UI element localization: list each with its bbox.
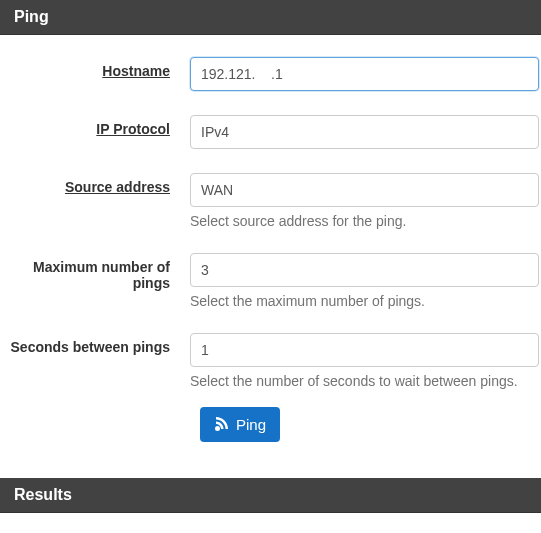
ping-button-label: Ping (236, 416, 266, 433)
ip-protocol-value: IPv4 (201, 124, 229, 140)
label-ip-protocol-text: IP Protocol (96, 121, 170, 137)
ping-panel-title: Ping (14, 8, 49, 25)
ping-button[interactable]: Ping (200, 407, 280, 442)
label-ip-protocol: IP Protocol (0, 115, 190, 137)
row-hostname: Hostname (0, 45, 541, 103)
seconds-between-input-col: Select the number of seconds to wait bet… (190, 333, 541, 389)
label-seconds-between-text: Seconds between pings (11, 339, 170, 355)
label-source-address: Source address (0, 173, 190, 195)
max-pings-input[interactable] (190, 253, 539, 287)
max-pings-input-col: Select the maximum number of pings. (190, 253, 541, 309)
ping-form: Hostname IP Protocol IPv4 Source address… (0, 35, 541, 478)
ip-protocol-select[interactable]: IPv4 (190, 115, 539, 149)
source-address-value: WAN (201, 182, 233, 198)
results-panel-title: Results (14, 486, 72, 503)
row-seconds-between: Seconds between pings Select the number … (0, 321, 541, 401)
label-max-pings-text: Maximum number of pings (33, 259, 170, 291)
seconds-between-input[interactable] (190, 333, 539, 367)
max-pings-help: Select the maximum number of pings. (190, 293, 539, 309)
hostname-input-col (190, 57, 541, 91)
label-source-address-text: Source address (65, 179, 170, 195)
label-max-pings: Maximum number of pings (0, 253, 190, 291)
row-max-pings: Maximum number of pings Select the maxim… (0, 241, 541, 321)
results-output: PING 192.121. .1 (192.121. .1) from 192.… (0, 513, 541, 533)
rss-icon (214, 415, 230, 434)
row-source-address: Source address WAN Select source address… (0, 161, 541, 241)
label-seconds-between: Seconds between pings (0, 333, 190, 355)
source-address-help: Select source address for the ping. (190, 213, 539, 229)
results-panel-header: Results (0, 478, 541, 513)
row-ip-protocol: IP Protocol IPv4 (0, 103, 541, 161)
button-row: Ping (0, 401, 541, 460)
button-spacer (0, 407, 200, 442)
label-hostname-text: Hostname (102, 63, 170, 79)
seconds-between-help: Select the number of seconds to wait bet… (190, 373, 539, 389)
ping-panel-header: Ping (0, 0, 541, 35)
ip-protocol-input-col: IPv4 (190, 115, 541, 149)
source-address-select[interactable]: WAN (190, 173, 539, 207)
hostname-input[interactable] (190, 57, 539, 91)
source-address-input-col: WAN Select source address for the ping. (190, 173, 541, 229)
label-hostname: Hostname (0, 57, 190, 79)
